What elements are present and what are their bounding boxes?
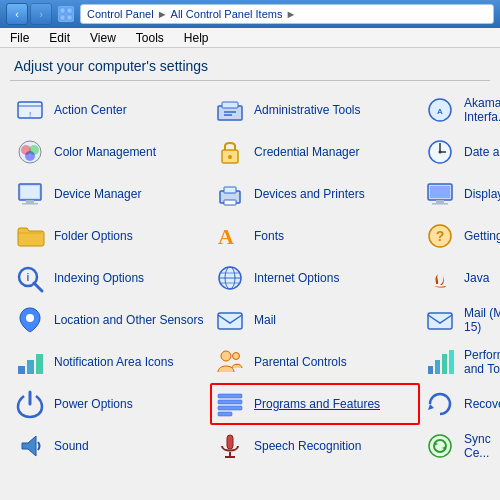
cp-item-getting-started[interactable]: ?Getting... [420, 215, 500, 257]
cp-item-label-display: Display [464, 187, 500, 201]
cp-item-parental-controls[interactable]: Parental Controls [210, 341, 420, 383]
svg-text:A: A [437, 107, 443, 116]
cp-item-label-java: Java [464, 271, 489, 285]
svg-rect-61 [442, 354, 447, 374]
cp-item-notification-icons[interactable]: Notification Area Icons [10, 341, 210, 383]
credential-manager-icon [214, 136, 246, 168]
svg-rect-29 [224, 200, 236, 205]
cp-item-label-getting-started: Getting... [464, 229, 500, 243]
fonts-icon: A [214, 220, 246, 252]
mail2-icon [424, 304, 456, 336]
cp-item-sound[interactable]: Sound [10, 425, 210, 467]
display-icon [424, 178, 456, 210]
svg-point-64 [429, 435, 451, 457]
cp-item-action-center[interactable]: !Action Center [10, 89, 210, 131]
cp-item-folder-options[interactable]: Folder Options [10, 215, 210, 257]
window-icon [58, 6, 74, 22]
cp-item-label-akamai: Akamai Interfa... [464, 96, 500, 125]
cp-item-label-power-options: Power Options [54, 397, 133, 411]
location-sensors-icon [14, 304, 46, 336]
svg-rect-28 [224, 187, 236, 193]
cp-item-akamai[interactable]: AAkamai Interfa... [420, 89, 500, 131]
internet-options-icon [214, 262, 246, 294]
svg-rect-42 [218, 412, 232, 416]
forward-button[interactable]: › [30, 3, 52, 25]
cp-item-label-programs-features: Programs and Features [254, 397, 380, 411]
svg-rect-13 [22, 203, 38, 205]
cp-item-recovery[interactable]: Recove... [420, 383, 500, 425]
breadcrumb-root[interactable]: Control Panel [87, 8, 154, 20]
sound-icon [14, 430, 46, 462]
cp-item-label-action-center: Action Center [54, 103, 127, 117]
svg-rect-11 [21, 186, 39, 198]
date-time-icon [424, 136, 456, 168]
cp-item-power-options[interactable]: Power Options [10, 383, 210, 425]
cp-item-programs-features[interactable]: Programs and Features [210, 383, 420, 425]
cp-item-device-manager[interactable]: Device Manager [10, 173, 210, 215]
breadcrumb-current[interactable]: All Control Panel Items [171, 8, 283, 20]
cp-item-label-speech-recognition: Speech Recognition [254, 439, 361, 453]
cp-item-display[interactable]: Display [420, 173, 500, 215]
title-bar: ‹ › Control Panel ► All Control Panel It… [0, 0, 500, 28]
device-manager-icon [14, 178, 46, 210]
menu-item-help[interactable]: Help [180, 30, 213, 46]
svg-rect-19 [27, 360, 34, 374]
cp-item-label-fonts: Fonts [254, 229, 284, 243]
cp-item-fonts[interactable]: AFonts [210, 215, 420, 257]
cp-item-date-time[interactable]: Date an... [420, 131, 500, 173]
svg-point-51 [439, 151, 442, 154]
divider [10, 80, 490, 81]
menu-bar: FileEditViewToolsHelp [0, 28, 500, 48]
cp-item-devices-printers[interactable]: Devices and Printers [210, 173, 420, 215]
sync-center-icon [424, 430, 456, 462]
java-icon [424, 262, 456, 294]
cp-item-admin-tools[interactable]: Administrative Tools [210, 89, 420, 131]
recovery-icon [424, 388, 456, 420]
cp-item-color-management[interactable]: Color Management [10, 131, 210, 173]
devices-printers-icon [214, 178, 246, 210]
menu-item-view[interactable]: View [86, 30, 120, 46]
cp-item-mail2[interactable]: Mail (M... 15) [420, 299, 500, 341]
cp-item-label-sync-center: Sync Ce... [464, 432, 500, 461]
cp-column-2: AAkamai Interfa...Date an...Display?Gett… [420, 89, 500, 467]
cp-item-label-indexing-options: Indexing Options [54, 271, 144, 285]
back-button[interactable]: ‹ [6, 3, 28, 25]
svg-text:A: A [218, 224, 234, 249]
cp-item-label-notification-icons: Notification Area Icons [54, 355, 173, 369]
cp-item-link-programs-features[interactable]: Programs and Features [254, 397, 380, 411]
svg-rect-1 [67, 8, 72, 13]
cp-item-credential-manager[interactable]: Credential Manager [210, 131, 420, 173]
cp-item-sync-center[interactable]: Sync Ce... [420, 425, 500, 467]
menu-item-file[interactable]: File [6, 30, 33, 46]
svg-rect-20 [36, 354, 43, 374]
cp-item-label-device-manager: Device Manager [54, 187, 141, 201]
cp-item-mail[interactable]: Mail [210, 299, 420, 341]
svg-point-38 [233, 353, 240, 360]
cp-item-label-devices-printers: Devices and Printers [254, 187, 365, 201]
svg-point-26 [228, 155, 232, 159]
page-heading: Adjust your computer's settings [0, 48, 500, 80]
akamai-icon: A [424, 94, 456, 126]
cp-item-performance[interactable]: Perform... and Too... [420, 341, 500, 383]
cp-item-internet-options[interactable]: Internet Options [210, 257, 420, 299]
svg-rect-53 [430, 186, 450, 198]
cp-item-label-parental-controls: Parental Controls [254, 355, 347, 369]
cp-item-label-location-sensors: Location and Other Sensors [54, 313, 203, 327]
cp-item-speech-recognition[interactable]: Speech Recognition [210, 425, 420, 467]
cp-item-java[interactable]: Java [420, 257, 500, 299]
svg-rect-41 [218, 406, 242, 410]
action-center-icon: ! [14, 94, 46, 126]
svg-rect-39 [218, 394, 242, 398]
cp-item-label-mail: Mail [254, 313, 276, 327]
cp-item-label-sound: Sound [54, 439, 89, 453]
svg-rect-0 [60, 8, 65, 13]
menu-item-edit[interactable]: Edit [45, 30, 74, 46]
svg-text:i: i [27, 272, 30, 283]
svg-rect-62 [449, 350, 454, 374]
cp-item-indexing-options[interactable]: iIndexing Options [10, 257, 210, 299]
svg-rect-18 [18, 366, 25, 374]
cp-item-location-sensors[interactable]: Location and Other Sensors [10, 299, 210, 341]
cp-item-label-internet-options: Internet Options [254, 271, 339, 285]
admin-tools-icon [214, 94, 246, 126]
menu-item-tools[interactable]: Tools [132, 30, 168, 46]
